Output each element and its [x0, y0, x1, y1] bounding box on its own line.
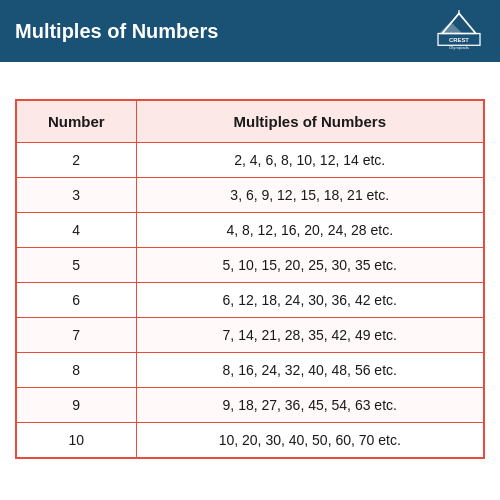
- svg-marker-1: [439, 22, 463, 34]
- logo-container: CREST Olympiads: [433, 10, 485, 52]
- table-row: 33, 6, 9, 12, 15, 18, 21 etc.: [16, 177, 484, 212]
- table-body: 22, 4, 6, 8, 10, 12, 14 etc.33, 6, 9, 12…: [16, 142, 484, 458]
- cell-number: 4: [16, 212, 136, 247]
- cell-number: 2: [16, 142, 136, 177]
- cell-multiples: 7, 14, 21, 28, 35, 42, 49 etc.: [136, 317, 484, 352]
- multiples-table: Number Multiples of Numbers 22, 4, 6, 8,…: [15, 99, 485, 459]
- col-number-header: Number: [16, 100, 136, 143]
- cell-multiples: 4, 8, 12, 16, 20, 24, 28 etc.: [136, 212, 484, 247]
- table-row: 55, 10, 15, 20, 25, 30, 35 etc.: [16, 247, 484, 282]
- table-row: 1010, 20, 30, 40, 50, 60, 70 etc.: [16, 422, 484, 458]
- cell-number: 10: [16, 422, 136, 458]
- page-header: Multiples of Numbers CREST Olympiads: [0, 0, 500, 62]
- cell-multiples: 2, 4, 6, 8, 10, 12, 14 etc.: [136, 142, 484, 177]
- table-header-row: Number Multiples of Numbers: [16, 100, 484, 143]
- table-row: 99, 18, 27, 36, 45, 54, 63 etc.: [16, 387, 484, 422]
- page-title: Multiples of Numbers: [15, 20, 218, 43]
- crest-logo: CREST Olympiads: [433, 10, 485, 52]
- cell-number: 8: [16, 352, 136, 387]
- table-row: 77, 14, 21, 28, 35, 42, 49 etc.: [16, 317, 484, 352]
- cell-multiples: 8, 16, 24, 32, 40, 48, 56 etc.: [136, 352, 484, 387]
- cell-multiples: 5, 10, 15, 20, 25, 30, 35 etc.: [136, 247, 484, 282]
- table-container: Number Multiples of Numbers 22, 4, 6, 8,…: [0, 62, 500, 500]
- cell-number: 5: [16, 247, 136, 282]
- cell-number: 3: [16, 177, 136, 212]
- col-multiples-header: Multiples of Numbers: [136, 100, 484, 143]
- cell-number: 6: [16, 282, 136, 317]
- cell-multiples: 10, 20, 30, 40, 50, 60, 70 etc.: [136, 422, 484, 458]
- cell-multiples: 6, 12, 18, 24, 30, 36, 42 etc.: [136, 282, 484, 317]
- svg-text:CREST: CREST: [449, 37, 469, 43]
- table-row: 88, 16, 24, 32, 40, 48, 56 etc.: [16, 352, 484, 387]
- table-row: 22, 4, 6, 8, 10, 12, 14 etc.: [16, 142, 484, 177]
- cell-multiples: 3, 6, 9, 12, 15, 18, 21 etc.: [136, 177, 484, 212]
- cell-number: 9: [16, 387, 136, 422]
- table-row: 66, 12, 18, 24, 30, 36, 42 etc.: [16, 282, 484, 317]
- svg-text:Olympiads: Olympiads: [449, 45, 469, 50]
- table-row: 44, 8, 12, 16, 20, 24, 28 etc.: [16, 212, 484, 247]
- cell-number: 7: [16, 317, 136, 352]
- cell-multiples: 9, 18, 27, 36, 45, 54, 63 etc.: [136, 387, 484, 422]
